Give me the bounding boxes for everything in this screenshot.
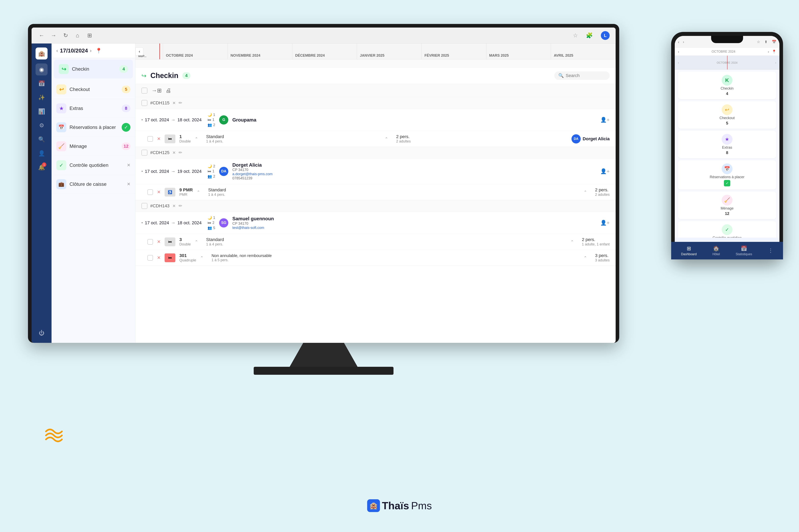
room-cdh143-1-info: 3 Double [179, 237, 191, 246]
res-cdh143-persons-stat: 👥5 [207, 226, 215, 230]
res-cdh143-checkbox[interactable] [141, 203, 147, 209]
phone-browser-star-icon[interactable]: ☆ [757, 40, 760, 44]
menu-item-extras[interactable]: ★ Extras 8 [52, 99, 135, 118]
phone-browser-forward-icon[interactable]: › [683, 40, 684, 44]
phone-menu-checkout[interactable]: ↩ Checkout 5 [678, 101, 776, 129]
phone-nav-dashboard[interactable]: ⊞ Dashboard [681, 245, 696, 255]
room-cdh143-2-checkbox[interactable] [147, 255, 153, 261]
browser-forward-btn[interactable]: → [50, 32, 57, 39]
current-date: 17/10/2024 [60, 48, 88, 54]
sidebar-icon-dashboard[interactable]: ◉ [36, 63, 48, 75]
reservations-list: #CDH115 ✕ ✏ • 17 oct. 2024 → 18 oct. 202… [135, 97, 616, 343]
phone-menu-reservations[interactable]: 📅 Réservations à placer ✓ [678, 160, 776, 190]
phone-nav-hotel[interactable]: 🏠 Hôtel [712, 245, 720, 255]
room-cdh143-1-rate-sub: 1 à 4 pers. [206, 242, 224, 246]
phone-nav-more[interactable]: ⋮ [768, 248, 773, 254]
phone-nav-location-icon[interactable]: 📍 [772, 50, 776, 54]
res-cdh125-client-info: Dorget Alicia CP 34170 a.dorget@thais-pm… [232, 162, 272, 180]
res-cdh115-client-info: Groupama [232, 117, 256, 123]
res-cdh125-checkbox[interactable] [141, 150, 147, 156]
room-cdh115-1-client-avatar: DA [571, 134, 581, 144]
room-cdh143-1-checkbox[interactable] [147, 239, 153, 245]
phone-reservations-label: Réservations à placer [710, 175, 744, 179]
monitor-frame: ← → ↻ ⌂ ⊞ ☆ 🧩 L 🏨 ◉ 📅 ✨ 📊 ⚙ � [28, 24, 619, 343]
sidebar-logo[interactable]: 🏨 [36, 48, 48, 59]
sidebar-icon-bell[interactable]: 🔔 1 [36, 161, 48, 173]
sidebar-icon-search[interactable]: 🔍 [36, 133, 48, 145]
phone-menu-extras[interactable]: ★ Extras 8 [678, 131, 776, 158]
res-cdh125-start-date: 17 oct. 2024 [145, 169, 169, 174]
browser-refresh-btn[interactable]: ↻ [61, 32, 70, 39]
res-cdh115-close-icon[interactable]: ✕ [172, 100, 176, 106]
phone-bottom-nav: ⊞ Dashboard 🏠 Hôtel 📅 Statistiques ⋮ [675, 242, 779, 255]
sidebar-icon-analytics[interactable]: 📊 [36, 106, 48, 117]
phone-menu-menage[interactable]: 🧹 Ménage 12 [678, 192, 776, 219]
room-cdh125-1-info: 9 PMR PMR [179, 187, 193, 197]
controle-label: Contrôle quotidien [70, 163, 124, 168]
res-cdh125-edit-icon[interactable]: ✏ [179, 150, 182, 155]
res-cdh125-close-icon[interactable]: ✕ [172, 150, 176, 155]
room-cdh115-1-rate: Standard 1 à 4 pers. [206, 134, 224, 144]
room-cdh125-1-type: PMR [179, 193, 193, 197]
sidebar-icon-user[interactable]: 👤 [36, 147, 48, 159]
res-cdh125-client-email[interactable]: a.dorget@thais-pms.com [232, 172, 272, 176]
phone-calendar-icon[interactable]: 📅 [772, 40, 776, 44]
res-cdh125-main-row: • 17 oct. 2024 → 19 oct. 2024 🌙2 🛏1 👥2 [135, 159, 616, 184]
menu-item-reservations[interactable]: 📅 Réservations à placer ✓ [52, 118, 135, 137]
room-cdh125-1-image: ♿ [165, 188, 175, 196]
print-action-icon[interactable]: 🖨 [166, 87, 171, 94]
phone-nav-forward-icon[interactable]: › [768, 50, 769, 54]
sidebar-icon-calendar[interactable]: 📅 [36, 77, 48, 89]
room-cdh143-2-rate-sub: 1 à 5 pers. [212, 258, 272, 262]
phone-browser-back-icon[interactable]: ‹ [678, 40, 679, 44]
menu-item-controle[interactable]: ✓ Contrôle quotidien ✕ [52, 156, 135, 175]
timeline-collapse-btn[interactable]: ‹ [135, 48, 143, 56]
res-cdh115-person-icon[interactable]: 👤+ [600, 117, 610, 123]
res-cdh115-avatar: G [219, 115, 228, 125]
room-cdh143-2-rate-name: Non annulable, non remboursable [212, 253, 272, 258]
sidebar-icon-sparkle[interactable]: ✨ [36, 91, 48, 103]
res-cdh115-checkbox[interactable] [141, 100, 147, 106]
phone-menu-checkin[interactable]: K Checkin 4 [678, 72, 776, 99]
phone-browser-share-icon[interactable]: ⬆ [764, 40, 767, 44]
room-cdh115-1-checkbox[interactable] [147, 136, 153, 142]
browser-tabs-btn[interactable]: ⊞ [86, 32, 93, 39]
room-cdh143-2-rate: Non annulable, non remboursable 1 à 5 pe… [212, 253, 272, 262]
room-cdh115-1-pax-detail: 2 adultes [396, 139, 411, 144]
date-prev-arrow[interactable]: ‹ [56, 48, 58, 54]
menu-item-cloture[interactable]: 💼 Clôture de caisse ✕ [52, 175, 135, 194]
checkout-label: Checkout [70, 87, 119, 92]
browser-home-btn[interactable]: ⌂ [73, 32, 81, 39]
menu-item-checkout[interactable]: ↩ Checkout 5 [52, 80, 135, 99]
date-calendar-icon[interactable]: 📍 [95, 48, 102, 54]
search-input[interactable] [566, 73, 606, 78]
res-cdh115-edit-icon[interactable]: ✏ [179, 100, 182, 106]
room-cdh125-1-checkbox[interactable] [147, 189, 153, 195]
phone-menu-controle[interactable]: ✓ Contrôle quotidien [678, 221, 776, 238]
sidebar-icon-power[interactable]: ⏻ [36, 327, 48, 339]
browser-avatar: L [601, 31, 610, 40]
res-cdh125-person-icon[interactable]: 👤+ [600, 168, 610, 174]
room-cdh125-1-rate: Standard 1 à 4 pers. [208, 187, 226, 197]
transfer-action-icon[interactable]: →⊞ [151, 87, 162, 94]
sidebar-icon-settings[interactable]: ⚙ [36, 119, 48, 131]
browser-ext-icon[interactable]: 🧩 [586, 32, 593, 39]
select-all-checkbox[interactable] [141, 88, 147, 94]
phone-checkin-icon: K [722, 75, 732, 86]
res-cdh125-id: #CDH125 [150, 150, 169, 155]
menu-item-checkin[interactable]: ↪ Checkin 4 [54, 60, 133, 78]
date-next-arrow[interactable]: › [90, 48, 91, 54]
res-cdh143-close-icon[interactable]: ✕ [172, 204, 176, 208]
cloture-close-icon[interactable]: ✕ [127, 182, 130, 187]
res-cdh143-edit-icon[interactable]: ✏ [179, 203, 182, 209]
phone-nav-statistiques[interactable]: 📅 Statistiques [736, 245, 752, 255]
browser-star-icon[interactable]: ☆ [573, 32, 578, 39]
room-cdh143-2-chevron-icon: ⌃ [200, 255, 203, 260]
controle-close-icon[interactable]: ✕ [127, 163, 130, 168]
res-cdh143-person-icon[interactable]: 👤+ [600, 220, 610, 226]
res-cdh143-client-email[interactable]: test@thais-soft.com [232, 226, 274, 230]
search-bar[interactable]: 🔍 [554, 72, 610, 80]
menu-item-menage[interactable]: 🧹 Ménage 12 [52, 137, 135, 156]
browser-back-btn[interactable]: ← [38, 32, 46, 39]
phone-nav-statistiques-label: Statistiques [736, 252, 752, 255]
